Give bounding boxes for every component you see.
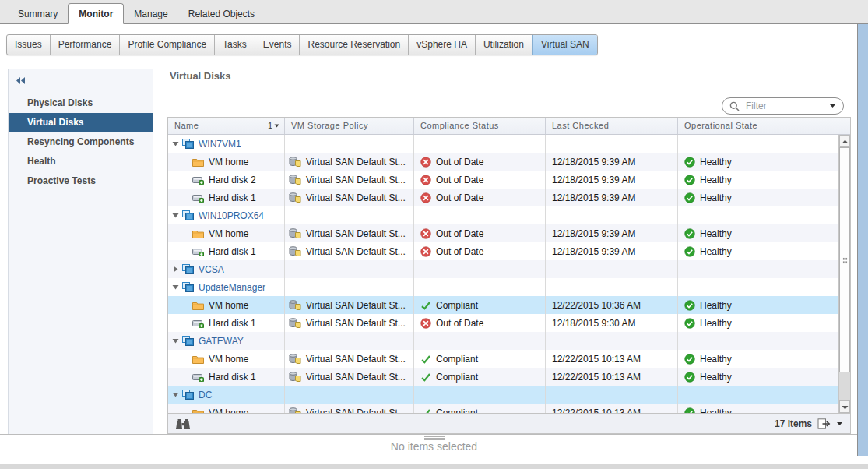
name-cell: VM home [168, 404, 285, 413]
sidebar-items: Physical DisksVirtual DisksResyncing Com… [9, 93, 153, 191]
toolbar-tab-virtual-san[interactable]: Virtual SAN [532, 35, 597, 55]
toolbar-tab-performance[interactable]: Performance [51, 35, 121, 55]
filter-dropdown-caret-icon[interactable] [829, 104, 836, 108]
storage-policy-cell [285, 386, 414, 404]
panel-resize-handle[interactable] [424, 436, 445, 437]
last-checked-cell [546, 278, 678, 296]
toolbar-tab-profile-compliance[interactable]: Profile Compliance [120, 35, 215, 55]
disk-row[interactable]: VM homeVirtual SAN Default St...Complian… [168, 404, 850, 413]
last-checked-label: 12/22/2015 10:13 AM [552, 354, 641, 365]
export-caret-icon[interactable] [836, 421, 843, 426]
vm-group-row[interactable]: UpdateManager [168, 278, 850, 296]
scroll-down-button[interactable] [839, 400, 850, 413]
last-checked-cell [546, 135, 678, 153]
name-cell: WIN10PROX64 [168, 206, 285, 224]
sidebar-item-health[interactable]: Health [9, 152, 153, 171]
tab-monitor[interactable]: Monitor [68, 3, 124, 24]
vm-group-row[interactable]: WIN10PROX64 [168, 206, 850, 224]
toolbar-tab-resource-reservation[interactable]: Resource Reservation [300, 35, 409, 55]
disk-row[interactable]: Hard disk 1Virtual SAN Default St...Out … [168, 242, 850, 260]
last-checked-cell: 12/22/2015 10:13 AM [546, 368, 678, 386]
filter-input[interactable] [744, 100, 829, 112]
policy-icon [289, 372, 301, 382]
storage-policy-cell: Virtual SAN Default St... [285, 368, 414, 386]
storage-policy-cell: Virtual SAN Default St... [285, 242, 414, 260]
scroll-thumb[interactable] [839, 147, 850, 372]
vm-group-row[interactable]: WIN7VM1 [168, 135, 850, 153]
toolbar-tab-tasks[interactable]: Tasks [215, 35, 255, 55]
column-header-operational-state[interactable]: Operational State [678, 118, 850, 134]
column-header-name[interactable]: Name1 [168, 118, 285, 134]
storage-policy-label: Virtual SAN Default St... [306, 192, 406, 203]
policy-icon [289, 407, 301, 413]
compliant-icon [420, 354, 431, 365]
harddisk-icon [192, 247, 204, 256]
column-header-last-checked[interactable]: Last Checked [546, 118, 678, 134]
sidebar-item-physical-disks[interactable]: Physical Disks [9, 93, 153, 113]
disk-row[interactable]: VM homeVirtual SAN Default St...Complian… [168, 350, 850, 368]
folder-icon [192, 408, 204, 414]
operational-state-cell: Healthy [678, 314, 850, 332]
disk-row[interactable]: Hard disk 1Virtual SAN Default St...Out … [168, 189, 850, 206]
scroll-up-button[interactable] [839, 135, 850, 147]
compliance-status-label: Out of Date [436, 175, 483, 185]
disk-row[interactable]: Hard disk 1Virtual SAN Default St...Comp… [168, 368, 850, 386]
operational-state-label: Healthy [700, 246, 732, 257]
toolbar-tab-events[interactable]: Events [255, 35, 300, 55]
tree-collapse-arrow-icon[interactable] [172, 336, 182, 347]
vm-group-row[interactable]: VCSA [168, 260, 850, 278]
harddisk-icon [192, 319, 204, 328]
tree-collapse-arrow-icon[interactable] [172, 390, 182, 400]
disk-name-label: Hard disk 1 [209, 246, 256, 257]
operational-state-label: Healthy [700, 354, 732, 365]
disk-row[interactable]: VM homeVirtual SAN Default St...Out of D… [168, 224, 850, 242]
disk-row[interactable]: Hard disk 2Virtual SAN Default St...Out … [168, 171, 850, 189]
window-scrollbar-strip[interactable] [857, 24, 868, 456]
tab-related-objects[interactable]: Related Objects [178, 5, 265, 23]
toolbar-tab-issues[interactable]: Issues [7, 35, 51, 55]
disk-row[interactable]: Hard disk 1Virtual SAN Default St...Out … [168, 314, 850, 332]
operational-state-label: Healthy [700, 318, 732, 329]
collapse-sidebar-button[interactable] [16, 76, 26, 87]
filter-box[interactable] [722, 97, 844, 115]
policy-icon [289, 300, 301, 310]
export-button[interactable] [817, 418, 831, 429]
binoculars-find-button[interactable] [175, 418, 191, 430]
compliance-status-cell: Compliant [414, 368, 546, 386]
table-scrollbar[interactable] [838, 135, 850, 413]
last-checked-label: 12/22/2015 10:13 AM [552, 372, 641, 383]
sidebar-item-resyncing-components[interactable]: Resyncing Components [9, 132, 153, 152]
operational-state-cell: Healthy [678, 171, 850, 189]
sort-caret-icon [274, 124, 279, 128]
toolbar-tab-vsphere-ha[interactable]: vSphere HA [409, 35, 476, 55]
tree-collapse-arrow-icon[interactable] [172, 210, 182, 221]
folder-icon [192, 157, 204, 167]
storage-policy-cell: Virtual SAN Default St... [285, 296, 414, 314]
name-cell: DC [168, 386, 285, 404]
column-header-compliance-status[interactable]: Compliance Status [414, 118, 546, 134]
toolbar-tab-utilization[interactable]: Utilization [476, 35, 532, 55]
healthy-icon [684, 246, 695, 257]
tab-summary[interactable]: Summary [8, 5, 68, 23]
scroll-track[interactable] [839, 372, 850, 400]
vm-group-row[interactable]: DC [168, 386, 850, 404]
disk-row[interactable]: VM homeVirtual SAN Default St...Complian… [168, 296, 850, 314]
operational-state-cell: Healthy [678, 224, 850, 242]
vm-group-row[interactable]: GATEWAY [168, 332, 850, 350]
storage-policy-cell [285, 135, 414, 153]
operational-state-cell [678, 135, 850, 153]
tab-manage[interactable]: Manage [124, 5, 177, 23]
column-header-vm-storage-policy[interactable]: VM Storage Policy [285, 118, 414, 134]
last-checked-label: 12/18/2015 9:39 AM [552, 157, 635, 168]
tree-collapse-arrow-icon[interactable] [172, 139, 182, 150]
compliance-status-cell [414, 135, 546, 153]
tree-collapse-arrow-icon[interactable] [172, 282, 182, 293]
disk-row[interactable]: VM homeVirtual SAN Default St...Out of D… [168, 153, 850, 171]
sort-indicator[interactable]: 1 [268, 118, 279, 134]
sidebar-item-proactive-tests[interactable]: Proactive Tests [9, 171, 153, 191]
tree-expand-arrow-icon[interactable] [172, 264, 182, 275]
compliance-status-cell [414, 206, 546, 224]
last-checked-label: 12/18/2015 9:39 AM [552, 175, 635, 185]
operational-state-cell: Healthy [678, 404, 850, 413]
sidebar-item-virtual-disks[interactable]: Virtual Disks [9, 113, 153, 132]
